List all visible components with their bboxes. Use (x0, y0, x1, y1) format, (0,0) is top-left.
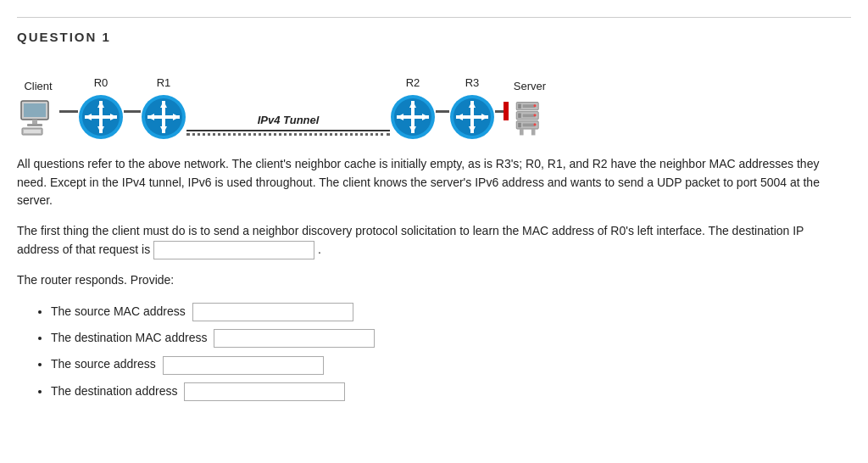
svg-rect-45 (534, 114, 537, 116)
dest-mac-input[interactable] (214, 329, 375, 348)
line-r0-r1 (124, 94, 141, 140)
r3-label: R3 (465, 76, 480, 89)
svg-rect-21 (147, 115, 180, 119)
svg-rect-48 (523, 124, 536, 127)
line-client-r0 (59, 94, 78, 140)
svg-rect-51 (531, 129, 536, 135)
svg-rect-40 (523, 104, 536, 108)
tunnel-section: IPv4 Tunnel (186, 114, 390, 140)
line-r2-r3 (436, 94, 449, 140)
paragraph1: All questions refer to the above network… (17, 155, 831, 210)
client-icon (17, 98, 59, 140)
r0-node: R0 (78, 76, 124, 140)
paragraph2-suffix: . (318, 243, 321, 256)
svg-rect-44 (523, 114, 536, 117)
tunnel-dot-line (186, 133, 390, 140)
svg-rect-5 (24, 130, 41, 133)
svg-rect-13 (85, 115, 117, 119)
destination-ip-input[interactable] (153, 241, 314, 259)
question-title: QUESTION 1 (17, 30, 851, 44)
client-node: Client (17, 80, 59, 140)
svg-rect-3 (27, 124, 42, 126)
r0-icon (78, 94, 124, 140)
r1-node: R1 (141, 76, 186, 140)
source-ip-input[interactable] (163, 356, 324, 375)
tunnel-top-line (186, 130, 390, 131)
r1-label: R1 (157, 76, 171, 89)
client-label: Client (24, 80, 52, 92)
tunnel-lines (186, 130, 390, 140)
tunnel-line-area (186, 130, 390, 140)
svg-rect-1 (24, 103, 46, 117)
source-ip-label: The source address (51, 357, 156, 371)
dest-ip-label: The destination address (51, 384, 177, 398)
dest-ip-input[interactable] (184, 382, 345, 401)
svg-rect-49 (534, 124, 537, 126)
svg-rect-37 (456, 115, 488, 119)
source-mac-input[interactable] (192, 303, 353, 321)
svg-rect-50 (520, 129, 524, 135)
r3-icon (449, 94, 495, 140)
line-r3-server (495, 94, 509, 140)
server-icon (509, 98, 551, 140)
list-item-dest-mac: The destination MAC address (51, 328, 851, 348)
server-node: Server (509, 80, 551, 140)
r2-node: R2 (390, 76, 436, 140)
tunnel-label: IPv4 Tunnel (258, 114, 320, 126)
paragraph2: The first thing the client must do is to… (17, 222, 831, 259)
r1-icon (141, 94, 186, 140)
list-item-dest-ip: The destination address (51, 382, 851, 401)
svg-rect-47 (518, 123, 521, 128)
bullet-list: The source MAC address The destination M… (51, 302, 851, 401)
paragraph3: The router responds. Provide: (17, 271, 831, 290)
network-diagram: Client R0 (17, 59, 851, 140)
svg-rect-2 (32, 120, 37, 124)
list-item-source-ip: The source address (51, 354, 851, 374)
r2-icon (390, 94, 436, 140)
svg-rect-41 (534, 104, 537, 107)
svg-rect-43 (518, 114, 521, 119)
paragraph2-prefix: The first thing the client must do is to… (17, 224, 804, 256)
server-label: Server (514, 80, 546, 92)
source-mac-label: The source MAC address (51, 304, 186, 318)
r3-node: R3 (449, 76, 495, 140)
r2-label: R2 (406, 76, 420, 89)
dest-mac-label: The destination MAC address (51, 331, 207, 344)
svg-rect-39 (518, 103, 521, 109)
svg-rect-29 (397, 115, 429, 119)
list-item-source-mac: The source MAC address (51, 302, 851, 321)
r0-label: R0 (94, 76, 108, 89)
